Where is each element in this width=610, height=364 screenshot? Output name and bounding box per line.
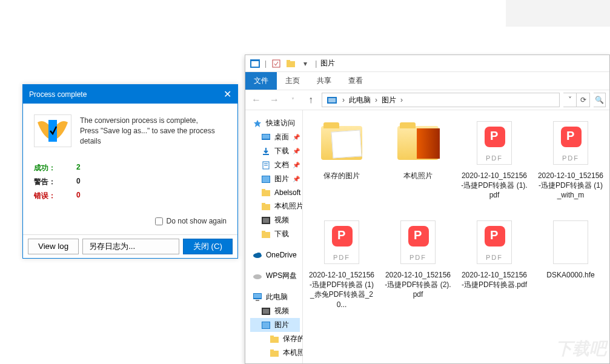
tab-share[interactable]: 共享 bbox=[308, 72, 340, 90]
file-item[interactable]: P2020-12-10_152156-迅捷PDF转换器.pdf bbox=[460, 218, 528, 314]
nav-pictures[interactable]: 图片 📌 bbox=[250, 172, 300, 186]
addr-dropdown-icon[interactable]: ˅ bbox=[563, 93, 577, 107]
search-input[interactable]: 🔍 bbox=[594, 93, 606, 107]
file-item[interactable]: 本机照片 bbox=[384, 119, 452, 214]
tab-home[interactable]: 主页 bbox=[277, 72, 308, 90]
file-item[interactable]: P2020-12-10_152156-迅捷PDF转换器 (2).pdf bbox=[384, 218, 452, 314]
nav-label: 下载 bbox=[274, 146, 289, 156]
file-thumb bbox=[317, 119, 366, 167]
cloud-icon bbox=[253, 271, 262, 281]
file-thumb: P bbox=[394, 218, 442, 266]
tab-file[interactable]: 文件 bbox=[245, 72, 277, 90]
nav-label: 图片 bbox=[274, 320, 289, 330]
folder-icon bbox=[261, 188, 271, 197]
tab-view[interactable]: 查看 bbox=[340, 72, 371, 90]
nav-downloads[interactable]: 下载 📌 bbox=[250, 144, 300, 158]
svg-rect-24 bbox=[262, 231, 265, 233]
file-item[interactable]: DSKA0000.hfe bbox=[537, 218, 605, 314]
star-icon bbox=[253, 119, 262, 128]
file-item[interactable]: P2020-12-10_152156-迅捷PDF转换器 (1)_赤兔PDF转换器… bbox=[308, 218, 376, 314]
nav-label: 桌面 bbox=[274, 132, 289, 142]
file-item[interactable]: P2020-12-10_152156-迅捷PDF转换器 (1)_with_m bbox=[537, 119, 605, 214]
file-name: DSKA0000.hfe bbox=[537, 270, 605, 280]
svg-rect-7 bbox=[328, 98, 336, 102]
nav-label: 文档 bbox=[274, 160, 289, 170]
file-name: 保存的图片 bbox=[308, 171, 376, 180]
close-icon[interactable]: ✕ bbox=[224, 88, 231, 100]
error-label: 错误： bbox=[34, 191, 76, 201]
file-thumb: P bbox=[317, 218, 366, 266]
properties-icon[interactable] bbox=[270, 58, 282, 70]
window-title: 图片 bbox=[320, 58, 335, 68]
nav-up-icon[interactable]: ↑ bbox=[303, 94, 318, 105]
addr-chevron-1[interactable] bbox=[373, 96, 379, 104]
nav-label: 视频 bbox=[274, 306, 289, 316]
nav-abelsoft[interactable]: Abelsoft Easy bbox=[250, 186, 300, 199]
nav-desktop[interactable]: 桌面 📌 bbox=[250, 130, 300, 144]
nav-label: 图片 bbox=[274, 174, 289, 184]
document-icon bbox=[261, 160, 271, 170]
svg-rect-20 bbox=[262, 203, 265, 205]
file-item[interactable]: 保存的图片 bbox=[308, 119, 376, 214]
nav-localphoto[interactable]: 本机照片 bbox=[250, 199, 300, 213]
nav-thispc[interactable]: 此电脑 bbox=[250, 290, 300, 304]
title-sep: | bbox=[315, 59, 317, 68]
addr-root-chevron[interactable] bbox=[340, 96, 346, 104]
nav-localphoto2[interactable]: 本机照片 bbox=[250, 346, 300, 360]
cloud-icon bbox=[253, 250, 262, 260]
svg-rect-29 bbox=[254, 294, 261, 298]
process-complete-dialog: Process complete ✕ The conversion proces… bbox=[22, 84, 238, 259]
nav-documents[interactable]: 文档 📌 bbox=[250, 158, 300, 172]
dont-show-label[interactable]: Do not show again bbox=[155, 217, 227, 225]
nav-label: 保存的图片 bbox=[283, 334, 303, 344]
folder-icon bbox=[261, 202, 271, 211]
nav-label: OneDrive bbox=[266, 251, 297, 259]
nav-label: 下载 bbox=[274, 229, 289, 239]
nav-onedrive[interactable]: OneDrive bbox=[250, 248, 300, 262]
file-thumb: P bbox=[470, 119, 519, 167]
pictures-icon bbox=[261, 174, 271, 184]
svg-rect-18 bbox=[262, 189, 265, 191]
nav-quick-access[interactable]: 快速访问 bbox=[250, 116, 300, 130]
svg-rect-36 bbox=[270, 336, 274, 338]
addr-chevron-2[interactable] bbox=[399, 96, 405, 104]
view-log-button[interactable]: View log bbox=[28, 239, 79, 254]
svg-rect-22 bbox=[263, 218, 269, 223]
nav-label: 视频 bbox=[274, 215, 289, 225]
window-icon bbox=[249, 58, 261, 70]
nav-back-icon[interactable]: ← bbox=[249, 94, 264, 105]
dialog-body: The conversion process is complete, Pres… bbox=[23, 104, 237, 234]
close-button[interactable]: 关闭 (C) bbox=[183, 239, 233, 254]
nav-wps[interactable]: WPS网盘 bbox=[250, 269, 300, 283]
video-icon bbox=[261, 306, 271, 316]
file-item[interactable]: P2020-12-10_152156-迅捷PDF转换器 (1).pdf bbox=[460, 119, 528, 214]
svg-rect-5 bbox=[287, 60, 290, 62]
save-log-as-button[interactable]: 另存日志为... bbox=[82, 239, 179, 254]
nav-tpc-pictures[interactable]: 图片 bbox=[250, 318, 300, 332]
file-thumb bbox=[394, 119, 442, 167]
svg-rect-2 bbox=[251, 61, 259, 67]
app-logo-icon bbox=[34, 114, 71, 147]
nav-label: 本机照片 bbox=[283, 348, 303, 358]
nav-forward-icon[interactable]: → bbox=[267, 94, 282, 105]
nav-videos[interactable]: 视频 bbox=[250, 213, 300, 227]
pin-icon: 📌 bbox=[293, 176, 300, 182]
crumb-pictures[interactable]: 图片 bbox=[382, 95, 396, 105]
dont-show-checkbox[interactable] bbox=[155, 217, 163, 225]
file-thumb: P bbox=[470, 218, 519, 266]
nav-tpc-videos[interactable]: 视频 bbox=[250, 304, 300, 318]
folder-icon[interactable] bbox=[285, 58, 297, 70]
crumb-thispc[interactable]: 此电脑 bbox=[349, 95, 371, 105]
dialog-footer: View log 另存日志为... 关闭 (C) bbox=[23, 234, 237, 258]
file-name: 2020-12-10_152156-迅捷PDF转换器 (1)_with_m bbox=[537, 171, 605, 200]
file-name: 2020-12-10_152156-迅捷PDF转换器 (1).pdf bbox=[460, 171, 528, 200]
qat-dropdown-icon[interactable]: ▾ bbox=[299, 58, 311, 70]
refresh-icon[interactable]: ⟳ bbox=[577, 93, 590, 107]
folder-icon bbox=[270, 348, 279, 358]
nav-saved-pictures[interactable]: 保存的图片 bbox=[250, 332, 300, 346]
nav-downloads2[interactable]: 下载 bbox=[250, 227, 300, 241]
address-bar[interactable]: 此电脑 图片 bbox=[322, 93, 560, 107]
nav-recent-icon[interactable]: ˅ bbox=[285, 97, 300, 104]
svg-rect-38 bbox=[270, 349, 274, 352]
svg-rect-34 bbox=[262, 322, 270, 328]
